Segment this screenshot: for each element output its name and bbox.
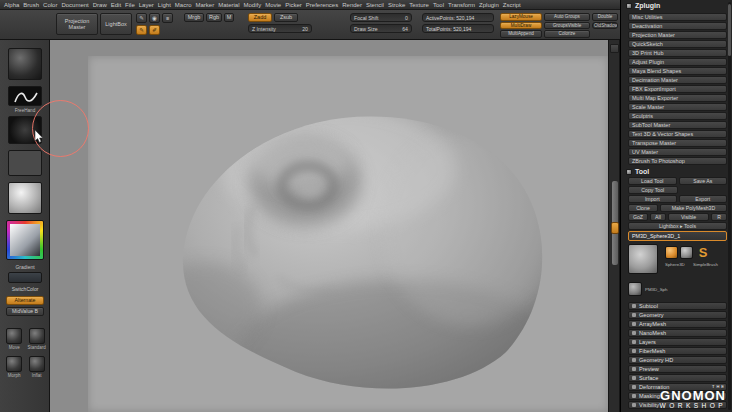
zplugin-item[interactable]: Text 3D & Vector Shapes xyxy=(628,130,727,138)
zplugin-item[interactable]: Deactivation xyxy=(628,22,727,30)
menu-item[interactable]: Material xyxy=(218,2,239,8)
rgb-button[interactable]: Rgb xyxy=(206,13,222,22)
current-brush-thumbnail[interactable] xyxy=(8,48,42,80)
focal-shift-slider[interactable]: Focal Shift 0 xyxy=(350,13,412,22)
clone-button[interactable]: Clone xyxy=(628,204,658,212)
zplugin-item[interactable]: Misc Utilities xyxy=(628,13,727,21)
quick-pick-item[interactable]: Morph xyxy=(5,356,24,378)
quick-pick-item[interactable]: Inflat xyxy=(28,356,47,378)
goz-button[interactable]: GoZ xyxy=(628,213,648,221)
menu-item[interactable]: Movie xyxy=(265,2,281,8)
current-material-thumbnail[interactable] xyxy=(8,182,42,214)
scroll-top-icon[interactable] xyxy=(610,44,619,53)
double-button[interactable]: Double xyxy=(592,13,618,21)
alternate-button[interactable]: Alternate xyxy=(6,296,44,305)
menu-item[interactable]: Modify xyxy=(244,2,262,8)
menu-item[interactable]: Texture xyxy=(409,2,429,8)
canvas-area[interactable] xyxy=(50,40,608,412)
menu-item[interactable]: Edit xyxy=(111,2,121,8)
menu-item[interactable]: Macro xyxy=(175,2,192,8)
load-tool-button[interactable]: Load Tool xyxy=(628,177,677,185)
quick-pick-item[interactable]: Standard xyxy=(28,328,47,350)
zplugin-item[interactable]: ZBrush To Photoshop xyxy=(628,157,727,165)
tool-subpalette-header[interactable]: NanoMesh xyxy=(628,329,727,337)
current-texture-thumbnail[interactable] xyxy=(8,150,42,176)
save-as-button[interactable]: Save As xyxy=(679,177,728,185)
menu-item[interactable]: Preferences xyxy=(306,2,338,8)
sphere3d-tool-icon[interactable] xyxy=(665,246,678,259)
zplugin-item[interactable]: 3D Print Hub xyxy=(628,49,727,57)
menu-item[interactable]: Brush xyxy=(23,2,39,8)
zplugin-item[interactable]: Transpose Master xyxy=(628,139,727,147)
gradient-label[interactable]: Gradient xyxy=(0,264,50,270)
color-picker-sv-area[interactable] xyxy=(10,224,40,256)
lightbox-tools-button[interactable]: Lightbox ▸ Tools xyxy=(628,222,727,230)
menu-item[interactable]: Tool xyxy=(433,2,444,8)
export-button[interactable]: Export xyxy=(679,195,728,203)
menu-item[interactable]: Document xyxy=(61,2,88,8)
panel-scrollbar[interactable] xyxy=(728,2,731,410)
multiappend-button[interactable]: MultiAppend xyxy=(500,30,542,38)
menu-item[interactable]: Color xyxy=(43,2,57,8)
zplugin-palette-header[interactable]: Zplugin xyxy=(626,2,660,9)
scrollbar-marker[interactable] xyxy=(611,222,619,234)
dot-icon[interactable]: ◉ xyxy=(149,13,160,23)
menu-item[interactable]: Layer xyxy=(139,2,154,8)
menu-item[interactable]: Marker xyxy=(195,2,214,8)
draw-icon[interactable]: ✎ xyxy=(136,13,147,23)
tool-subpalette-header[interactable]: FiberMesh xyxy=(628,347,727,355)
simplebrush-tool-icon[interactable]: S xyxy=(695,244,711,260)
menu-item[interactable]: Zplugin xyxy=(479,2,499,8)
zplugin-item[interactable]: Scale Master xyxy=(628,103,727,111)
switch-color-label[interactable]: SwitchColor xyxy=(0,286,50,292)
lazymouse-button[interactable]: LazyMouse xyxy=(500,13,542,21)
tool-subpalette-header[interactable]: Preview xyxy=(628,365,727,373)
menu-item[interactable]: Picker xyxy=(285,2,302,8)
stroke-icon[interactable]: ≡ xyxy=(162,13,173,23)
canvas-scrollbar[interactable] xyxy=(608,40,620,412)
oldshadow-slider[interactable]: OldShadow 0.3 xyxy=(592,22,618,30)
panel-scrollbar-thumb[interactable] xyxy=(728,4,731,56)
groups-visible-button[interactable]: GroupsVisible xyxy=(544,22,590,30)
pen-icon[interactable]: ✎ xyxy=(136,25,147,35)
zplugin-item[interactable]: Decimation Master xyxy=(628,76,727,84)
polysphere-tool-icon[interactable] xyxy=(680,246,693,259)
quick-pick-item[interactable]: Move xyxy=(5,328,24,350)
color-picker[interactable] xyxy=(6,220,44,260)
colorize-button[interactable]: Colorize xyxy=(544,30,590,38)
zplugin-item[interactable]: Maya Blend Shapes xyxy=(628,67,727,75)
menu-item[interactable]: Stroke xyxy=(388,2,405,8)
menu-item[interactable]: Draw xyxy=(93,2,107,8)
midvalue-button[interactable]: MidValue B xyxy=(6,307,44,316)
tool-subpalette-header[interactable]: Geometry xyxy=(628,311,727,319)
zplugin-item[interactable]: QuickSketch xyxy=(628,40,727,48)
projection-master-button[interactable]: Projection Master xyxy=(56,13,98,35)
tool-subpalette-header[interactable]: Layers xyxy=(628,338,727,346)
m-button[interactable]: M xyxy=(224,13,234,22)
tool-palette-header[interactable]: Tool xyxy=(626,168,649,175)
menu-item[interactable]: Transform xyxy=(448,2,475,8)
pencil-icon[interactable]: ✐ xyxy=(149,25,160,35)
goz-r-button[interactable]: R xyxy=(711,213,727,221)
lightbox-button[interactable]: LightBox xyxy=(100,13,132,35)
tool-subpalette-header[interactable]: Surface xyxy=(628,374,727,382)
goz-visible-button[interactable]: Visible xyxy=(668,213,709,221)
active-tool-button[interactable]: PM3D_Sphere3D_1 xyxy=(628,231,727,241)
menu-item[interactable]: File xyxy=(125,2,135,8)
menu-item[interactable]: Alpha xyxy=(4,2,19,8)
tool-subpalette-header[interactable]: ArrayMesh xyxy=(628,320,727,328)
main-color-swatch[interactable] xyxy=(8,272,42,283)
import-button[interactable]: Import xyxy=(628,195,677,203)
current-stroke-thumbnail[interactable] xyxy=(8,86,42,106)
zsub-button[interactable]: Zsub xyxy=(274,13,298,22)
zplugin-item[interactable]: Multi Map Exporter xyxy=(628,94,727,102)
mrgb-button[interactable]: Mrgb xyxy=(184,13,204,22)
tool-subpalette-header[interactable]: Geometry HD xyxy=(628,356,727,364)
tool-subpalette-header[interactable]: Subtool xyxy=(628,302,727,310)
multidraw-button[interactable]: MultiDraw xyxy=(500,22,542,30)
zadd-button[interactable]: Zadd xyxy=(248,13,272,22)
make-polymesh3d-button[interactable]: Make PolyMesh3D xyxy=(660,204,727,212)
menu-item[interactable]: Stencil xyxy=(366,2,384,8)
zplugin-item[interactable]: FBX ExportImport xyxy=(628,85,727,93)
menu-item[interactable]: Zscript xyxy=(503,2,521,8)
